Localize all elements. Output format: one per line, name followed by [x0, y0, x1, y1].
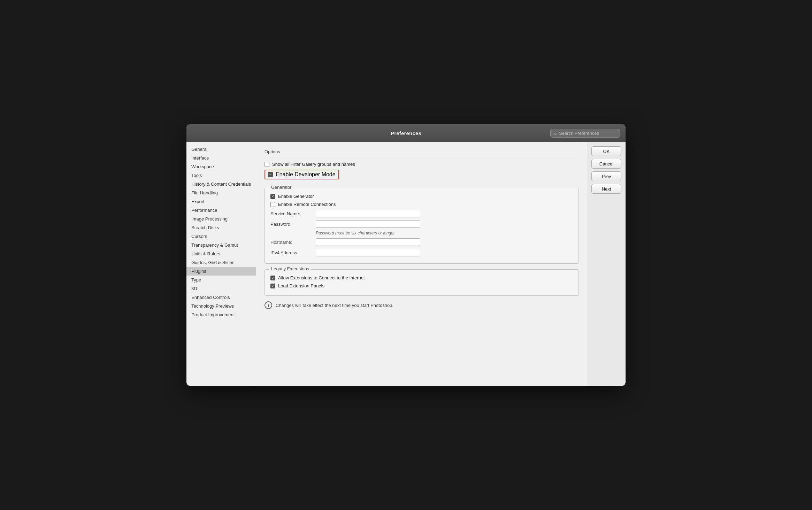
- enable-remote-checkbox[interactable]: [270, 202, 275, 207]
- next-button[interactable]: Next: [591, 184, 621, 194]
- password-hint: Password must be six characters or longe…: [316, 231, 573, 235]
- cancel-button[interactable]: Cancel: [591, 159, 621, 169]
- sidebar-item-tools[interactable]: Tools: [186, 171, 256, 180]
- load-panels-checkbox[interactable]: [270, 284, 275, 288]
- enable-remote-label: Enable Remote Connections: [278, 202, 336, 207]
- load-panels-label: Load Extension Panels: [278, 283, 324, 288]
- ipv4-input[interactable]: [316, 249, 420, 256]
- sidebar-item-technology-previews[interactable]: Technology Previews: [186, 302, 256, 310]
- options-title: Options: [265, 149, 579, 154]
- info-icon: i: [265, 301, 272, 309]
- sidebar-item-product-improvement[interactable]: Product Improvement: [186, 310, 256, 319]
- buttons-panel: OK Cancel Prev Next: [587, 142, 626, 386]
- prev-button[interactable]: Prev: [591, 171, 621, 181]
- titlebar: Preferences ⌕ Search Preferences: [186, 124, 626, 142]
- password-label: Password:: [270, 222, 316, 227]
- sidebar-item-plugins[interactable]: Plugins: [186, 267, 256, 276]
- sidebar-item-cursors[interactable]: Cursors: [186, 232, 256, 241]
- enable-developer-mode-row: Enable Developer Mode: [265, 170, 339, 179]
- show-filter-gallery-label: Show all Filter Gallery groups and names: [272, 162, 355, 167]
- sidebar-item-interface[interactable]: Interface: [186, 154, 256, 162]
- show-filter-gallery-row: Show all Filter Gallery groups and names: [265, 162, 579, 167]
- sidebar-item-type[interactable]: Type: [186, 276, 256, 284]
- sidebar-item-workspace[interactable]: Workspace: [186, 162, 256, 171]
- sidebar-item-export[interactable]: Export: [186, 197, 256, 206]
- window-title: Preferences: [391, 130, 421, 136]
- sidebar-item-general[interactable]: General: [186, 145, 256, 154]
- sidebar-item-enhanced-controls[interactable]: Enhanced Controls: [186, 293, 256, 302]
- generator-content: Enable Generator Enable Remote Connectio…: [265, 188, 579, 263]
- enable-generator-row: Enable Generator: [270, 194, 573, 199]
- hostname-label: Hostname:: [270, 240, 316, 245]
- ok-button[interactable]: OK: [591, 146, 621, 156]
- enable-remote-row: Enable Remote Connections: [270, 202, 573, 207]
- sidebar: GeneralInterfaceWorkspaceToolsHistory & …: [186, 142, 256, 386]
- options-divider: [265, 158, 579, 158]
- generator-title: Generator: [269, 185, 294, 190]
- ipv4-row: IPv4 Address:: [270, 249, 573, 256]
- search-icon: ⌕: [554, 131, 557, 136]
- legacy-extensions-section: Legacy Extensions Allow Extensions to Co…: [265, 269, 579, 296]
- options-section: Options Show all Filter Gallery groups a…: [265, 149, 579, 182]
- allow-extensions-checkbox[interactable]: [270, 276, 275, 280]
- enable-developer-mode-label: Enable Developer Mode: [276, 171, 336, 178]
- sidebar-item-history-content-credentials[interactable]: History & Content Credentials: [186, 180, 256, 188]
- generator-section: Generator Enable Generator Enable Remote…: [265, 188, 579, 264]
- info-row: i Changes will take effect the next time…: [265, 301, 579, 309]
- password-row: Password:: [270, 220, 573, 228]
- search-placeholder: Search Preferences: [559, 131, 599, 136]
- service-name-row: Service Name:: [270, 210, 573, 217]
- main-panel: Options Show all Filter Gallery groups a…: [256, 142, 587, 386]
- legacy-title: Legacy Extensions: [269, 266, 311, 271]
- enable-developer-mode-checkbox[interactable]: [268, 172, 273, 177]
- sidebar-item-3d[interactable]: 3D: [186, 284, 256, 293]
- main-content: GeneralInterfaceWorkspaceToolsHistory & …: [186, 142, 626, 386]
- hostname-row: Hostname:: [270, 238, 573, 246]
- sidebar-item-image-processing[interactable]: Image Processing: [186, 215, 256, 223]
- sidebar-item-file-handling[interactable]: File Handling: [186, 188, 256, 197]
- password-input[interactable]: [316, 220, 420, 228]
- show-filter-gallery-checkbox[interactable]: [265, 162, 269, 167]
- service-name-input[interactable]: [316, 210, 420, 217]
- sidebar-item-guides-grid-slices[interactable]: Guides, Grid & Slices: [186, 258, 256, 267]
- info-message: Changes will take effect the next time y…: [276, 303, 393, 308]
- service-name-label: Service Name:: [270, 211, 316, 216]
- enable-generator-label: Enable Generator: [278, 194, 314, 199]
- search-box[interactable]: ⌕ Search Preferences: [550, 129, 620, 138]
- ipv4-label: IPv4 Address:: [270, 250, 316, 255]
- preferences-window: Preferences ⌕ Search Preferences General…: [186, 124, 626, 386]
- allow-extensions-label: Allow Extensions to Connect to the Inter…: [278, 275, 365, 280]
- sidebar-item-performance[interactable]: Performance: [186, 206, 256, 215]
- sidebar-item-scratch-disks[interactable]: Scratch Disks: [186, 223, 256, 232]
- sidebar-item-transparency-gamut[interactable]: Transparency & Gamut: [186, 241, 256, 249]
- sidebar-item-units-rulers[interactable]: Units & Rulers: [186, 249, 256, 258]
- load-panels-row: Load Extension Panels: [270, 283, 573, 288]
- hostname-input[interactable]: [316, 238, 420, 246]
- allow-extensions-row: Allow Extensions to Connect to the Inter…: [270, 275, 573, 280]
- enable-generator-checkbox[interactable]: [270, 194, 275, 199]
- legacy-content: Allow Extensions to Connect to the Inter…: [265, 270, 579, 295]
